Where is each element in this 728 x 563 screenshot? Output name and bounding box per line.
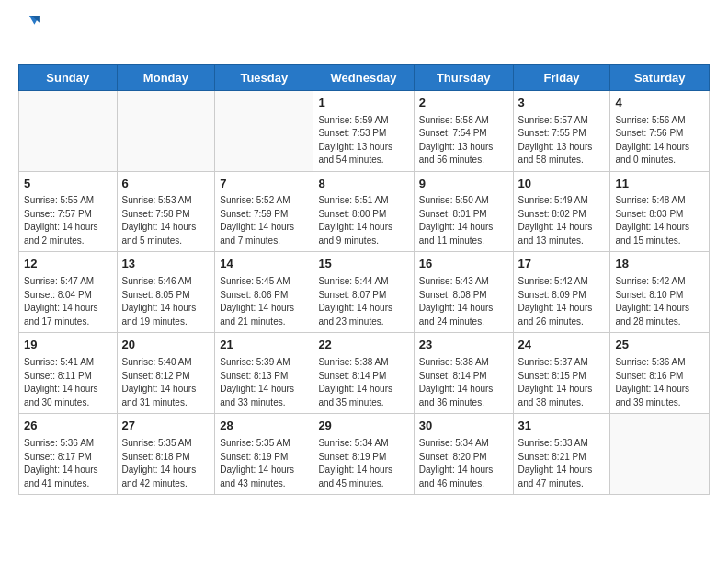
day-number: 25 [615,337,704,354]
calendar-week-1: 1Sunrise: 5:59 AM Sunset: 7:53 PM Daylig… [19,90,710,171]
calendar-cell: 30Sunrise: 5:34 AM Sunset: 8:20 PM Dayli… [414,414,513,495]
day-number: 12 [24,256,112,273]
calendar-header-friday: Friday [513,64,610,90]
day-number: 28 [220,418,308,435]
calendar-cell: 6Sunrise: 5:53 AM Sunset: 7:58 PM Daylig… [117,171,215,252]
calendar-cell: 12Sunrise: 5:47 AM Sunset: 8:04 PM Dayli… [19,252,118,333]
calendar-cell: 16Sunrise: 5:43 AM Sunset: 8:08 PM Dayli… [414,252,513,333]
day-info: Sunrise: 5:58 AM Sunset: 7:54 PM Dayligh… [419,114,508,167]
day-info: Sunrise: 5:37 AM Sunset: 8:15 PM Dayligh… [518,356,606,409]
calendar-cell: 9Sunrise: 5:50 AM Sunset: 8:01 PM Daylig… [414,171,513,252]
day-number: 3 [518,95,606,112]
day-number: 31 [518,418,606,435]
day-number: 2 [419,95,508,112]
day-number: 8 [318,176,408,193]
day-number: 21 [220,337,308,354]
calendar-cell: 18Sunrise: 5:42 AM Sunset: 8:10 PM Dayli… [610,252,710,333]
calendar-cell: 24Sunrise: 5:37 AM Sunset: 8:15 PM Dayli… [513,333,610,414]
day-info: Sunrise: 5:50 AM Sunset: 8:01 PM Dayligh… [419,194,508,247]
calendar-header-monday: Monday [117,64,215,90]
logo-icon [20,11,40,31]
day-number: 27 [122,418,210,435]
calendar-cell: 15Sunrise: 5:44 AM Sunset: 8:07 PM Dayli… [313,252,414,333]
calendar-cell: 5Sunrise: 5:55 AM Sunset: 7:57 PM Daylig… [19,171,118,252]
day-info: Sunrise: 5:55 AM Sunset: 7:57 PM Dayligh… [24,194,112,247]
day-number: 19 [24,337,112,354]
day-info: Sunrise: 5:33 AM Sunset: 8:21 PM Dayligh… [518,437,606,490]
calendar-week-2: 5Sunrise: 5:55 AM Sunset: 7:57 PM Daylig… [19,171,710,252]
calendar-header-wednesday: Wednesday [313,64,414,90]
day-info: Sunrise: 5:35 AM Sunset: 8:18 PM Dayligh… [122,437,210,490]
day-number: 5 [24,176,112,193]
day-info: Sunrise: 5:56 AM Sunset: 7:56 PM Dayligh… [615,114,704,167]
day-info: Sunrise: 5:45 AM Sunset: 8:06 PM Dayligh… [220,275,308,328]
day-number: 1 [318,95,408,112]
day-info: Sunrise: 5:43 AM Sunset: 8:08 PM Dayligh… [419,275,508,328]
day-number: 17 [518,256,606,273]
calendar-cell: 19Sunrise: 5:41 AM Sunset: 8:11 PM Dayli… [19,333,118,414]
calendar-header-sunday: Sunday [19,64,118,90]
calendar-cell: 31Sunrise: 5:33 AM Sunset: 8:21 PM Dayli… [513,414,610,495]
calendar-header-tuesday: Tuesday [215,64,313,90]
day-info: Sunrise: 5:42 AM Sunset: 8:10 PM Dayligh… [615,275,704,328]
day-number: 6 [122,176,210,193]
calendar-cell [19,90,118,171]
day-number: 24 [518,337,606,354]
day-info: Sunrise: 5:46 AM Sunset: 8:05 PM Dayligh… [122,275,210,328]
day-info: Sunrise: 5:49 AM Sunset: 8:02 PM Dayligh… [518,194,606,247]
calendar-header-saturday: Saturday [610,64,710,90]
calendar-cell: 21Sunrise: 5:39 AM Sunset: 8:13 PM Dayli… [215,333,313,414]
calendar-cell: 10Sunrise: 5:49 AM Sunset: 8:02 PM Dayli… [513,171,610,252]
day-number: 29 [318,418,408,435]
calendar-cell: 14Sunrise: 5:45 AM Sunset: 8:06 PM Dayli… [215,252,313,333]
calendar-cell: 7Sunrise: 5:52 AM Sunset: 7:59 PM Daylig… [215,171,313,252]
day-info: Sunrise: 5:44 AM Sunset: 8:07 PM Dayligh… [318,275,408,328]
day-number: 20 [122,337,210,354]
calendar-cell: 22Sunrise: 5:38 AM Sunset: 8:14 PM Dayli… [313,333,414,414]
day-info: Sunrise: 5:41 AM Sunset: 8:11 PM Dayligh… [24,356,112,409]
day-number: 9 [419,176,508,193]
day-info: Sunrise: 5:48 AM Sunset: 8:03 PM Dayligh… [615,194,704,247]
calendar-cell: 26Sunrise: 5:36 AM Sunset: 8:17 PM Dayli… [19,414,118,495]
calendar-table: SundayMondayTuesdayWednesdayThursdayFrid… [18,64,710,495]
day-info: Sunrise: 5:40 AM Sunset: 8:12 PM Dayligh… [122,356,210,409]
day-number: 10 [518,176,606,193]
calendar-cell [117,90,215,171]
calendar-week-4: 19Sunrise: 5:41 AM Sunset: 8:11 PM Dayli… [19,333,710,414]
calendar-cell [215,90,313,171]
day-number: 18 [615,256,704,273]
day-info: Sunrise: 5:39 AM Sunset: 8:13 PM Dayligh… [220,356,308,409]
calendar-cell: 23Sunrise: 5:38 AM Sunset: 8:14 PM Dayli… [414,333,513,414]
calendar-header-row: SundayMondayTuesdayWednesdayThursdayFrid… [19,64,710,90]
day-number: 14 [220,256,308,273]
calendar-cell: 3Sunrise: 5:57 AM Sunset: 7:55 PM Daylig… [513,90,610,171]
calendar-cell: 28Sunrise: 5:35 AM Sunset: 8:19 PM Dayli… [215,414,313,495]
calendar-cell: 4Sunrise: 5:56 AM Sunset: 7:56 PM Daylig… [610,90,710,171]
calendar-cell [610,414,710,495]
day-info: Sunrise: 5:47 AM Sunset: 8:04 PM Dayligh… [24,275,112,328]
calendar-header-thursday: Thursday [414,64,513,90]
day-number: 22 [318,337,408,354]
day-number: 11 [615,176,704,193]
calendar-cell: 1Sunrise: 5:59 AM Sunset: 7:53 PM Daylig… [313,90,414,171]
calendar-cell: 27Sunrise: 5:35 AM Sunset: 8:18 PM Dayli… [117,414,215,495]
day-number: 4 [615,95,704,112]
calendar-cell: 20Sunrise: 5:40 AM Sunset: 8:12 PM Dayli… [117,333,215,414]
day-info: Sunrise: 5:42 AM Sunset: 8:09 PM Dayligh… [518,275,606,328]
day-info: Sunrise: 5:51 AM Sunset: 8:00 PM Dayligh… [318,194,408,247]
day-info: Sunrise: 5:36 AM Sunset: 8:16 PM Dayligh… [615,356,704,409]
day-info: Sunrise: 5:52 AM Sunset: 7:59 PM Dayligh… [220,194,308,247]
day-info: Sunrise: 5:38 AM Sunset: 8:14 PM Dayligh… [419,356,508,409]
day-info: Sunrise: 5:34 AM Sunset: 8:19 PM Dayligh… [318,437,408,490]
day-number: 7 [220,176,308,193]
calendar-cell: 2Sunrise: 5:58 AM Sunset: 7:54 PM Daylig… [414,90,513,171]
calendar-cell: 25Sunrise: 5:36 AM Sunset: 8:16 PM Dayli… [610,333,710,414]
page: SundayMondayTuesdayWednesdayThursdayFrid… [0,0,728,510]
day-number: 15 [318,256,408,273]
day-info: Sunrise: 5:59 AM Sunset: 7:53 PM Dayligh… [318,114,408,167]
calendar-week-5: 26Sunrise: 5:36 AM Sunset: 8:17 PM Dayli… [19,414,710,495]
day-info: Sunrise: 5:34 AM Sunset: 8:20 PM Dayligh… [419,437,508,490]
day-number: 30 [419,418,508,435]
day-number: 26 [24,418,112,435]
day-info: Sunrise: 5:38 AM Sunset: 8:14 PM Dayligh… [318,356,408,409]
